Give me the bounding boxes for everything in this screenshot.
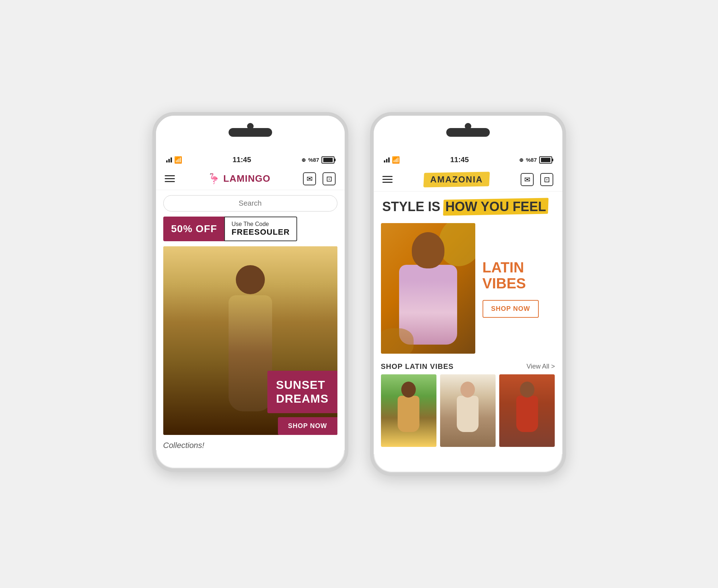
hamburger-menu[interactable] [165,175,175,182]
volume-down-button-2[interactable] [370,221,370,243]
amazonia-logo: AMAZONIA [424,172,489,187]
status-bar: 📶 11:45 ⊕ %87 [156,152,345,168]
battery-percentage-2: %87 [526,157,537,163]
phones-container: 📶 11:45 ⊕ %87 🦩 [152,112,566,476]
location-icon: ⊕ [301,157,306,163]
shop-section-header: SHOP LATIN VIBES View All > [374,359,562,374]
volume-down-button[interactable] [152,221,153,243]
shop-section-title: SHOP LATIN VIBES [381,362,454,371]
collections-label: Collections! [156,435,345,450]
status-bar-2: 📶 11:45 ⊕ %87 [374,152,562,168]
thumb-person-2 [440,374,496,447]
promo-banner: 50% OFF Use The Code FREESOULER [163,217,337,241]
status-time: 11:45 [233,156,251,164]
latin-image-bg [381,223,475,354]
lamingo-phone: 📶 11:45 ⊕ %87 🦩 [152,112,348,472]
power-button-2[interactable] [566,174,566,196]
hero-text-highlight: HOW YOU FEEL [443,199,548,215]
product-thumb-3[interactable] [499,374,555,447]
volume-up-button-2[interactable] [370,196,370,217]
amazonia-app: 📶 11:45 ⊕ %87 [374,152,562,455]
person-body [399,265,457,345]
status-right: ⊕ %87 [301,156,334,164]
cart-button-2[interactable]: ⊡ [540,173,553,186]
camera [247,123,254,129]
header-icons-2: ✉ ⊡ [521,173,553,186]
latin-vibes-title: LATIN VIBES [483,259,555,291]
wifi-icon: 📶 [174,156,182,164]
cart-icon: ⊡ [326,174,332,183]
silent-button-2[interactable] [370,166,370,188]
message-icon: ✉ [307,174,313,183]
promo-discount: 50% OFF [163,217,225,241]
cart-button[interactable]: ⊡ [323,172,336,185]
cart-icon-2: ⊡ [544,175,550,184]
hamburger-menu-2[interactable] [382,176,393,183]
amazonia-brand-name: AMAZONIA [430,174,483,184]
silent-button[interactable] [152,166,153,188]
view-all-link[interactable]: View All > [526,363,555,370]
product-thumbnails [374,374,562,454]
product-thumb-2[interactable] [440,374,496,447]
thumb-person-1 [381,374,436,447]
latin-vibes-image [381,223,475,354]
volume-up-button[interactable] [152,196,153,217]
status-left: 📶 [166,156,182,164]
search-bar-wrap [156,190,345,217]
status-right-2: ⊕ %87 [519,156,552,164]
latin-person-figure [381,223,475,354]
phone-top-2 [374,116,562,152]
hero-section: SUNSET DREAMS SHOP NOW [163,246,337,435]
hero-shop-now-button[interactable]: SHOP NOW [278,417,337,435]
promo-code-label: Use The Code [231,221,290,227]
hero-text-highlight-words: HOW YOU FEEL [446,199,546,214]
power-button[interactable] [348,174,348,196]
message-icon-2: ✉ [524,175,530,184]
product-thumb-1[interactable] [381,374,436,447]
thumb-person-3 [499,374,555,447]
lamingo-app: 📶 11:45 ⊕ %87 🦩 [156,152,345,450]
style-is-text: STYLE IS HOW YOU FEEL [382,199,554,215]
flamingo-icon: 🦩 [208,173,221,185]
battery-percentage: %87 [308,157,319,163]
amazonia-phone: 📶 11:45 ⊕ %87 [370,112,566,476]
hero-overlay: SUNSET DREAMS [267,371,337,413]
message-button-2[interactable]: ✉ [521,173,534,186]
latin-vibes-text: LATIN VIBES SHOP NOW [483,259,555,318]
battery-icon [321,156,335,164]
lamingo-logo: 🦩 LAMINGO [208,173,271,185]
message-button[interactable]: ✉ [303,172,316,185]
hero-title: SUNSET DREAMS [276,378,329,406]
camera-2 [465,123,471,129]
promo-code-value: FREESOULER [231,227,290,237]
signal-icon [166,157,172,163]
status-time-2: 11:45 [450,156,469,164]
location-icon-2: ⊕ [519,157,524,163]
battery-icon-2 [539,156,552,164]
latin-vibes-section: LATIN VIBES SHOP NOW [374,218,562,359]
search-input[interactable] [163,195,337,211]
lamingo-brand-name: LAMINGO [223,173,271,184]
latin-shop-now-button[interactable]: SHOP NOW [483,300,539,318]
lamingo-header: 🦩 LAMINGO ✉ ⊡ [156,168,345,190]
person-head [412,232,444,268]
amazonia-hero-text: STYLE IS HOW YOU FEEL [374,192,562,218]
wifi-icon-2: 📶 [392,156,400,164]
status-left-2: 📶 [384,156,400,164]
hero-text-plain: STYLE IS [382,200,440,214]
promo-code-block: Use The Code FREESOULER [224,217,297,241]
header-icons: ✉ ⊡ [303,172,336,185]
signal-icon-2 [384,157,390,163]
amazonia-header: AMAZONIA ✉ ⊡ [374,168,562,192]
phone-top [156,116,345,152]
